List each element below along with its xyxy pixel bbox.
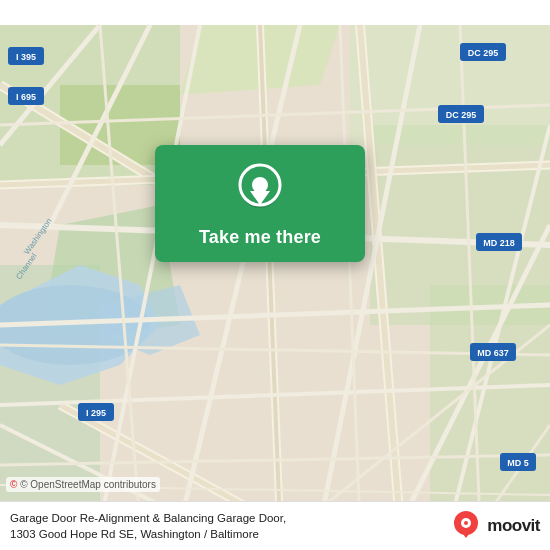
osm-credit: © © OpenStreetMap contributors <box>6 477 160 492</box>
svg-text:MD 637: MD 637 <box>477 348 509 358</box>
svg-text:DC 295: DC 295 <box>468 48 499 58</box>
business-address: 1303 Good Hope Rd SE, Washington / Balti… <box>10 528 259 540</box>
location-card: Take me there <box>155 145 365 262</box>
svg-point-62 <box>252 177 268 193</box>
map-background: I 395 DC 295 DC 295 I 695 I 295 MD 218 M… <box>0 0 550 550</box>
map-container: I 395 DC 295 DC 295 I 695 I 295 MD 218 M… <box>0 0 550 550</box>
svg-text:I 395: I 395 <box>16 52 36 62</box>
svg-text:I 695: I 695 <box>16 92 36 102</box>
svg-point-67 <box>464 521 468 525</box>
take-me-there-button[interactable]: Take me there <box>199 227 321 248</box>
svg-text:I 295: I 295 <box>86 408 106 418</box>
location-pin-icon <box>237 163 283 217</box>
bottom-bar-text: Garage Door Re-Alignment & Balancing Gar… <box>10 510 450 542</box>
svg-text:MD 218: MD 218 <box>483 238 515 248</box>
osm-credit-text: © © OpenStreetMap contributors <box>10 479 156 490</box>
moovit-logo: moovit <box>450 510 540 542</box>
moovit-logo-text: moovit <box>487 516 540 536</box>
moovit-logo-icon <box>450 510 482 542</box>
business-name: Garage Door Re-Alignment & Balancing Gar… <box>10 512 286 524</box>
bottom-bar: Garage Door Re-Alignment & Balancing Gar… <box>0 501 550 550</box>
svg-text:MD 5: MD 5 <box>507 458 529 468</box>
svg-text:DC 295: DC 295 <box>446 110 477 120</box>
